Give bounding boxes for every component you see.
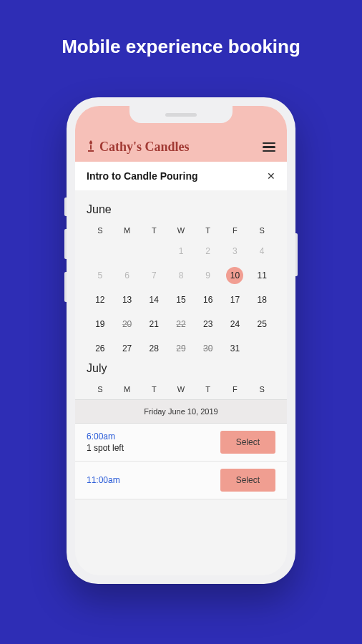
page-title: Mobile experience booking	[0, 0, 362, 58]
close-icon[interactable]: ✕	[267, 170, 275, 182]
week-row: 567891011	[87, 265, 275, 286]
calendar-day[interactable]: 10	[222, 265, 249, 286]
slot-info: 6:00am1 spot left	[87, 431, 124, 453]
phone-side-button-right	[295, 233, 298, 276]
calendar-day[interactable]: 31	[222, 338, 249, 359]
calendar-day[interactable]: 6	[114, 265, 141, 286]
calendar-day[interactable]: 17	[222, 289, 249, 311]
calendar-day[interactable]: 21	[140, 313, 167, 335]
calendar-day[interactable]: 16	[195, 289, 222, 311]
select-button[interactable]: Select	[220, 469, 275, 492]
menu-icon[interactable]	[263, 142, 275, 155]
calendar-day	[140, 240, 167, 262]
calendar-day[interactable]: 1	[167, 240, 195, 262]
weekday-label: S	[248, 223, 275, 238]
calendar-day[interactable]: 5	[87, 265, 114, 286]
calendar-day[interactable]: 9	[195, 265, 222, 286]
weekday-label: S	[87, 223, 114, 238]
calendar-day[interactable]: 3	[222, 240, 249, 262]
calendar-day	[87, 240, 114, 262]
calendar-day[interactable]: 18	[248, 289, 275, 311]
calendar-day[interactable]: 26	[87, 338, 114, 359]
week-row: 12131415161718	[87, 289, 275, 311]
calendar-day[interactable]: 8	[167, 265, 195, 286]
selected-date-banner: Friday June 10, 2019	[75, 399, 287, 424]
month-label: July	[87, 362, 275, 375]
week-row: 1234	[87, 240, 275, 262]
calendar-day[interactable]: 20	[114, 313, 141, 335]
weekday-label: T	[195, 382, 222, 396]
slot-info: 11:00am	[87, 475, 120, 485]
calendar-day	[114, 240, 141, 262]
calendar-day[interactable]: 25	[248, 313, 275, 335]
calendar-day[interactable]: 24	[222, 313, 249, 335]
calendar-day	[248, 338, 275, 359]
calendar-day[interactable]: 27	[114, 338, 141, 359]
candle-icon	[87, 140, 95, 154]
weekday-label: F	[222, 223, 249, 238]
brand[interactable]: Cathy's Candles	[87, 140, 190, 155]
weekday-label: F	[222, 382, 249, 396]
weekday-label: M	[114, 223, 141, 238]
week-row: 262728293031	[87, 338, 275, 359]
weekday-label: M	[114, 382, 141, 396]
booking-title-bar: Intro to Candle Pouring ✕	[75, 162, 287, 190]
calendar-day[interactable]: 4	[248, 240, 275, 262]
month-label: June	[87, 203, 275, 216]
calendar-day[interactable]: 11	[248, 265, 275, 286]
calendar-day[interactable]: 13	[114, 289, 141, 311]
weekday-row: SMTWTFS	[87, 382, 275, 396]
time-slots: 6:00am1 spot leftSelect11:00amSelect	[75, 424, 287, 499]
slot-time[interactable]: 6:00am	[87, 431, 124, 441]
phone-side-buttons-left	[64, 197, 67, 302]
calendar-day[interactable]: 22	[167, 313, 195, 335]
weekday-label: T	[140, 223, 167, 238]
calendar-day[interactable]: 15	[167, 289, 195, 311]
calendar-day[interactable]: 23	[195, 313, 222, 335]
weekday-label: T	[140, 382, 167, 396]
phone-screen: Cathy's Candles Intro to Candle Pouring …	[75, 106, 287, 575]
phone-mockup: Cathy's Candles Intro to Candle Pouring …	[67, 97, 295, 584]
select-button[interactable]: Select	[220, 431, 275, 454]
slot-note: 1 spot left	[87, 443, 124, 453]
weekday-label: T	[195, 223, 222, 238]
weekday-label: W	[167, 382, 195, 396]
phone-speaker	[165, 113, 197, 117]
calendar-day[interactable]: 28	[140, 338, 167, 359]
time-slot: 6:00am1 spot leftSelect	[75, 424, 287, 462]
brand-text: Cathy's Candles	[99, 140, 190, 155]
weekday-row: SMTWTFS	[87, 223, 275, 238]
week-row: 19202122232425	[87, 313, 275, 335]
time-slot: 11:00amSelect	[75, 462, 287, 499]
calendar-day[interactable]: 30	[195, 338, 222, 359]
calendar-day[interactable]: 12	[87, 289, 114, 311]
calendar-day[interactable]: 29	[167, 338, 195, 359]
weekday-label: S	[248, 382, 275, 396]
phone-notch	[129, 106, 233, 123]
weekday-label: W	[167, 223, 195, 238]
slot-time[interactable]: 11:00am	[87, 475, 120, 485]
booking-title: Intro to Candle Pouring	[87, 170, 198, 182]
calendar-day[interactable]: 2	[195, 240, 222, 262]
calendar-day[interactable]: 14	[140, 289, 167, 311]
calendar-day[interactable]: 7	[140, 265, 167, 286]
weekday-label: S	[87, 382, 114, 396]
calendar: JuneSMTWTFS12345678910111213141516171819…	[75, 190, 287, 504]
calendar-day[interactable]: 19	[87, 313, 114, 335]
